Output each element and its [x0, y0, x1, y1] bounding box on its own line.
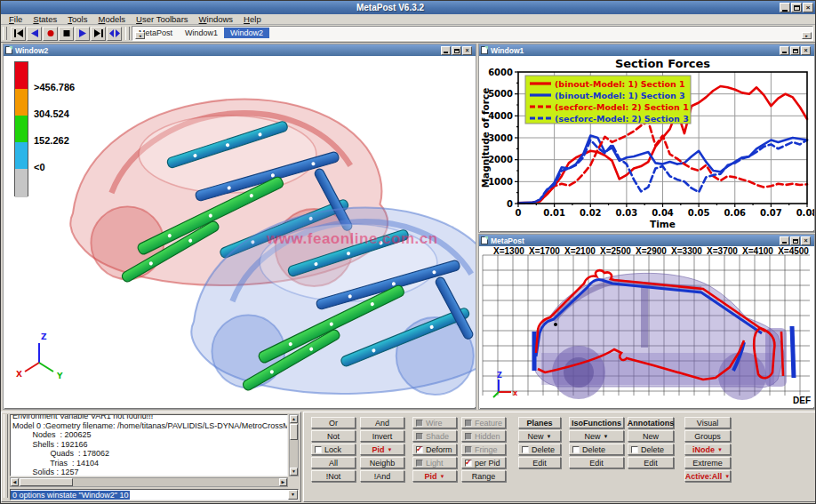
btn--not[interactable]: !Not — [311, 470, 356, 482]
close-icon[interactable]: × — [462, 46, 472, 55]
btn-extreme[interactable]: Extreme — [684, 457, 731, 468]
window-icon — [481, 236, 488, 244]
check-delete[interactable]: Delete — [518, 444, 561, 455]
metapost-viewport[interactable]: X=1300X=1700X=2100X=2500X=2900X=3300X=37… — [479, 246, 814, 407]
y-tick-label: 3000 — [488, 133, 513, 143]
command-input[interactable]: 0 options winstate "Window2" 10 ▼ — [10, 489, 299, 500]
scroll-left-icon[interactable]: ◀ — [11, 478, 19, 486]
first-frame-icon[interactable] — [11, 27, 26, 41]
colorbar-segment — [15, 89, 28, 116]
menu-help[interactable]: Help — [239, 14, 266, 24]
toolbar-grip[interactable] — [3, 27, 7, 40]
check-shade[interactable]: Shade — [412, 430, 457, 442]
btn-neighb[interactable]: Neighb — [360, 457, 404, 468]
y-tick-label: 4000 — [488, 111, 513, 121]
check-light[interactable]: Light — [412, 457, 457, 468]
y-tick-label: 6000 — [488, 68, 513, 77]
check-wire[interactable]: Wire — [412, 417, 457, 428]
window1-plot-area[interactable]: Section Forces00.010.020.030.040.050.060… — [479, 56, 814, 230]
minimize-icon[interactable] — [780, 46, 789, 55]
btn-edit[interactable]: Edit — [518, 457, 561, 468]
panel-column: PlanesNew▼DeleteEdit — [518, 417, 561, 468]
check-feature[interactable]: Feature — [461, 417, 506, 428]
maximize-icon[interactable] — [452, 46, 461, 55]
console-output[interactable]: Environment Variable VAR1 not found!!!Mo… — [10, 414, 288, 476]
last-frame-icon[interactable] — [91, 27, 106, 41]
check-fringe[interactable]: Fringe — [461, 444, 506, 455]
tab-scroll-left-icon[interactable]: ◂ — [135, 32, 145, 39]
btn--and[interactable]: !And — [360, 470, 404, 482]
btn-new[interactable]: New — [628, 430, 674, 442]
close-icon[interactable]: × — [801, 236, 811, 245]
record-icon[interactable] — [43, 27, 58, 41]
btn-range[interactable]: Range — [461, 470, 506, 482]
btn-groups[interactable]: Groups — [684, 430, 731, 442]
console-line: Trias : 14104 — [12, 459, 285, 468]
btn-not[interactable]: Not — [311, 430, 356, 442]
check-hidden[interactable]: Hidden — [461, 430, 506, 442]
y-tick-label: 1000 — [488, 177, 513, 187]
menu-models[interactable]: Models — [93, 14, 130, 24]
console-horizontal-scrollbar[interactable]: ◀ ▶ — [10, 477, 288, 487]
command-history-dropdown-icon[interactable]: ▼ — [288, 490, 298, 500]
menu-tools[interactable]: Tools — [63, 14, 92, 24]
scroll-right-icon[interactable]: ▶ — [279, 478, 287, 486]
metapost-window-title-bar[interactable]: MetaPost × — [479, 235, 814, 246]
console-vertical-scrollbar[interactable]: ▲ ▼ — [289, 414, 299, 476]
maximize-icon[interactable] — [790, 46, 800, 55]
btn-invert[interactable]: Invert — [360, 430, 404, 442]
scrollbar-thumb[interactable] — [20, 478, 73, 486]
window2-title-bar[interactable]: Window2 × — [4, 44, 476, 56]
close-icon[interactable]: × — [803, 3, 813, 12]
panel-header-planes[interactable]: Planes — [518, 417, 561, 428]
console-line: Quads : 178062 — [12, 449, 285, 459]
scrollbar-thumb[interactable] — [290, 424, 298, 440]
menu-file[interactable]: File — [4, 14, 27, 24]
check-deform[interactable]: Deform — [412, 444, 457, 455]
minimize-icon[interactable] — [441, 46, 451, 55]
dropdown-active-all[interactable]: Active:All▼ — [684, 470, 731, 482]
dropdown-pid[interactable]: Pid▼ — [360, 444, 404, 455]
play-forward-icon[interactable] — [75, 27, 90, 41]
console-grip[interactable] — [4, 414, 8, 498]
btn-visual[interactable]: Visual — [684, 417, 731, 428]
btn-or[interactable]: Or — [311, 417, 356, 428]
btn-edit[interactable]: Edit — [569, 457, 624, 468]
check-per-pid[interactable]: per Pid — [461, 457, 506, 468]
window2-viewport[interactable]: Z X Y www.feaonline.com.cn >456.786304.5… — [4, 56, 476, 407]
btn-edit[interactable]: Edit — [628, 457, 674, 468]
dropdown-new[interactable]: New▼ — [518, 430, 561, 442]
checkbox-icon — [631, 446, 638, 453]
tab-scroll-right-icon[interactable]: ▸ — [802, 32, 812, 39]
play-backward-icon[interactable] — [27, 27, 42, 41]
tab-window1[interactable]: Window1 — [179, 28, 224, 38]
menu-states[interactable]: States — [28, 14, 61, 24]
menu-user-toolbars[interactable]: User Toolbars — [132, 14, 192, 24]
btn-and[interactable]: And — [360, 417, 404, 428]
dropdown-pid[interactable]: Pid▼ — [412, 470, 457, 482]
stop-icon[interactable] — [59, 27, 74, 41]
minimize-icon[interactable] — [780, 3, 790, 12]
btn-all[interactable]: All — [311, 457, 356, 468]
tab-window2[interactable]: Window2 — [224, 28, 269, 38]
minimize-icon[interactable] — [780, 236, 789, 245]
console-line: Environment Variable VAR1 not found!!! — [12, 414, 285, 421]
section-forces-chart: Section Forces00.010.020.030.040.050.060… — [479, 56, 814, 230]
checkbox-icon — [465, 460, 472, 467]
panel-header-isofunctions[interactable]: IsoFunctions — [569, 417, 624, 428]
check-lock[interactable]: Lock — [311, 444, 356, 455]
check-delete[interactable]: Delete — [569, 444, 624, 455]
maximize-icon[interactable] — [790, 236, 800, 245]
scroll-down-icon[interactable]: ▼ — [290, 468, 298, 476]
bounce-play-icon[interactable] — [107, 27, 122, 41]
scroll-up-icon[interactable]: ▲ — [290, 415, 298, 423]
tabbar-grip[interactable] — [125, 27, 130, 40]
panel-header-annotations[interactable]: Annotations — [628, 417, 674, 428]
close-icon[interactable]: × — [801, 46, 811, 55]
menu-windows[interactable]: Windows — [195, 14, 238, 24]
dropdown-new[interactable]: New▼ — [569, 430, 624, 442]
check-delete[interactable]: Delete — [628, 444, 674, 455]
maximize-icon[interactable] — [791, 3, 802, 12]
dropdown-inode[interactable]: iNode▼ — [684, 444, 731, 455]
window1-title-bar[interactable]: Window1 × — [479, 44, 814, 56]
